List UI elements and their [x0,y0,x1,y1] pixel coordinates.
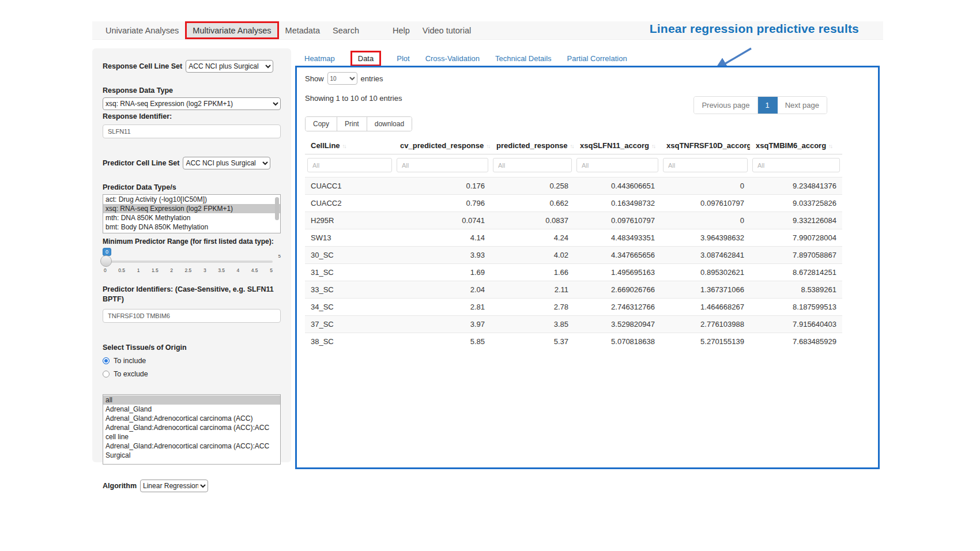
cell-value: 0.097610797 [574,212,661,229]
predictor-identifiers-input[interactable] [103,309,281,323]
nav-item-video-tutorial[interactable]: Video tutorial [416,21,477,39]
sort-icon[interactable]: ↑↓ [828,143,832,149]
column-header-cv_predicted_response[interactable]: cv_predicted_response↑↓ [394,137,491,154]
sort-icon[interactable]: ↑↓ [486,143,489,149]
filter-input-cv_predicted_response[interactable] [397,158,488,172]
nav-item-metadata[interactable]: Metadata [279,21,326,39]
slider-tick-label: 3 [203,267,206,273]
slider-tick-label: 2.5 [185,267,192,273]
previous-page-button[interactable]: Previous page [694,97,757,114]
nav-item-multivariate-analyses[interactable]: Multivariate Analyses [185,21,278,39]
sidebar: Response Cell Line Set ACC NCI plus Surg… [92,48,291,462]
table-row: H295R0.07410.08370.09761079709.332126084 [305,212,842,229]
tab-cross-validation[interactable]: Cross-Validation [425,54,480,63]
radio-icon[interactable] [103,357,110,364]
filter-cell [491,154,574,178]
cell-value: 0.163498732 [574,195,661,212]
show-entries-select[interactable]: 10 [327,72,357,85]
algorithm-label: Algorithm [103,482,137,490]
column-header-cellline[interactable]: CellLine↑↓ [305,137,394,154]
listbox-option[interactable]: bmt: Body DNA 850K Methylation [103,222,280,232]
tab-technical-details[interactable]: Technical Details [495,54,552,63]
tab-heatmap[interactable]: Heatmap [304,54,335,63]
predictor-data-types-listbox[interactable]: act: Drug Activity (-log10[IC50M])xsq: R… [103,194,281,233]
tissue-options: allAdrenal_GlandAdrenal_Gland:Adrenocort… [103,395,280,460]
response-data-type-select[interactable]: xsq: RNA-seq Expression (log2 FPKM+1) [103,97,281,110]
cell-value: 2.81 [394,299,491,316]
slider-tick-label: 5 [270,267,273,273]
algorithm-select[interactable]: Linear Regression [140,480,208,492]
slider-track[interactable] [104,261,273,263]
listbox-option[interactable]: mth: DNA 850K Methylation [103,213,280,222]
page-number-button[interactable]: 1 [758,97,778,114]
column-header-predicted_response[interactable]: predicted_response↑↓ [491,137,574,154]
listbox-option[interactable]: all [103,395,280,405]
next-page-button[interactable]: Next page [778,97,827,114]
filter-row [305,154,842,178]
show-entries-row: Show 10 entries [305,72,870,85]
cell-value: 0.662 [491,195,574,212]
filter-input-cellline[interactable] [307,158,392,172]
nav-item-univariate-analyses[interactable]: Univariate Analyses [99,21,185,39]
slider-tick-label: 1.5 [152,267,159,273]
radio-label: To include [114,357,146,365]
table-row: 38_SC5.855.375.0708186385.2701551397.683… [305,333,842,350]
cell-value: 9.234841376 [750,178,842,195]
cell-line-name: H295R [305,212,394,229]
cell-line-name: CUACC1 [305,178,394,195]
listbox-option[interactable]: xsq: RNA-seq Expression (log2 FPKM+1) [103,204,280,213]
cell-line-name: SW13 [305,229,394,247]
cell-value: 8.187599513 [750,299,842,316]
sort-icon[interactable]: ↑↓ [342,143,346,149]
response-cell-line-set-select[interactable]: ACC NCI plus Surgical [186,60,273,73]
cell-value: 7.990728004 [750,229,842,247]
tissue-radio-to-exclude[interactable]: To exclude [103,370,281,378]
tissue-radio-group: To includeTo exclude [103,357,281,378]
sort-icon[interactable]: ↑↓ [570,143,574,149]
results-table-head: CellLine↑↓cv_predicted_response↑↓predict… [305,137,842,178]
column-header-xsqtmbim6_accorg[interactable]: xsqTMBIM6_accorg↑↓ [750,137,842,154]
radio-icon[interactable] [103,371,110,378]
cell-value: 3.087462841 [661,247,750,264]
print-button[interactable]: Print [337,117,367,131]
listbox-option[interactable]: Adrenal_Gland:Adrenocortical carcinoma (… [103,414,280,423]
filter-input-xsqtmbim6_accorg[interactable] [752,158,840,172]
cell-value: 1.69 [394,264,491,281]
cell-value: 2.776103988 [661,316,750,333]
cell-value: 4.14 [394,229,491,247]
slider-tick-label: 2 [170,267,173,273]
tab-partial-correlation[interactable]: Partial Correlation [567,54,627,63]
listbox-option[interactable]: Adrenal_Gland:Adrenocortical carcinoma (… [103,441,280,460]
tissue-radio-to-include[interactable]: To include [103,357,281,365]
cell-value: 0 [661,212,750,229]
column-header-xsqtnfrsf10d_accorg[interactable]: xsqTNFRSF10D_accorg↑↓ [661,137,750,154]
tissue-listbox[interactable]: allAdrenal_GlandAdrenal_Gland:Adrenocort… [103,394,281,465]
cell-value: 7.897058867 [750,247,842,264]
cell-value: 5.070818638 [574,333,661,350]
filter-cell [305,154,394,178]
sort-icon[interactable]: ↑↓ [651,143,655,149]
slider-handle[interactable] [100,255,112,267]
download-button[interactable]: download [367,117,412,131]
nav-item-search[interactable]: Search [326,21,365,39]
top-navbar: Univariate AnalysesMultivariate Analyses… [92,21,883,40]
filter-input-xsqtnfrsf10d_accorg[interactable] [663,158,748,172]
column-header-label: xsqTNFRSF10D_accorg [666,141,750,150]
listbox-option[interactable]: act: Drug Activity (-log10[IC50M]) [103,195,280,204]
predictor-cell-line-set-select[interactable]: ACC NCI plus Surgical [183,157,270,169]
cell-value: 5.270155139 [661,333,750,350]
nav-item-help[interactable]: Help [386,21,416,39]
listbox-scrollbar[interactable] [275,197,279,220]
cell-value: 9.033725826 [750,195,842,212]
cell-value: 3.85 [491,316,574,333]
filter-input-xsqslfn11_accorg[interactable] [576,158,658,172]
column-header-xsqslfn11_accorg[interactable]: xsqSLFN11_accorg↑↓ [574,137,661,154]
copy-button[interactable]: Copy [306,117,337,131]
min-predictor-range-slider[interactable]: 0 5 00.511.522.533.544.55 [103,248,281,277]
listbox-option[interactable]: Adrenal_Gland [103,405,280,414]
filter-input-predicted_response[interactable] [493,158,572,172]
tab-data[interactable]: Data [350,51,381,66]
response-identifier-input[interactable] [103,124,281,138]
tab-plot[interactable]: Plot [397,54,409,63]
listbox-option[interactable]: Adrenal_Gland:Adrenocortical carcinoma (… [103,423,280,441]
